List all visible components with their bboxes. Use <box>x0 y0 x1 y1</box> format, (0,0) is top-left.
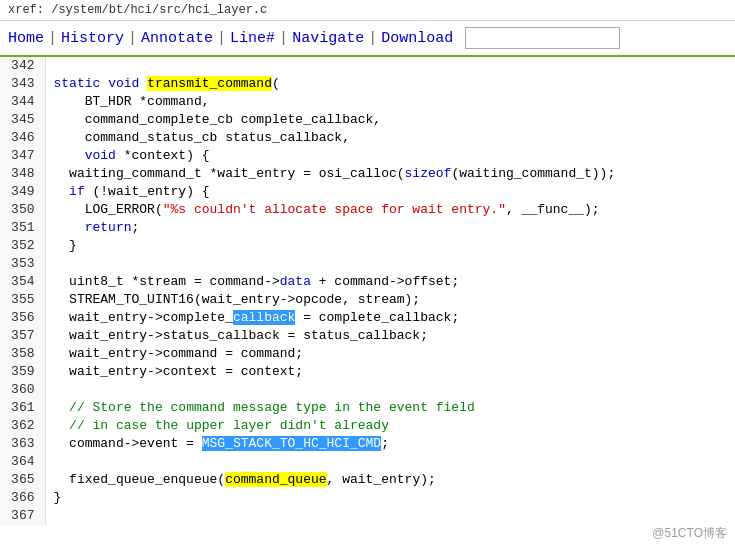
sep-1: | <box>48 30 57 47</box>
line-code: command_complete_cb complete_callback, <box>45 111 735 129</box>
line-number: 358 <box>0 345 45 363</box>
line-number: 363 <box>0 435 45 453</box>
line-code: command_status_cb status_callback, <box>45 129 735 147</box>
line-code: static void transmit_command( <box>45 75 735 93</box>
line-number: 366 <box>0 489 45 507</box>
table-row: 349 if (!wait_entry) { <box>0 183 735 201</box>
line-number: 356 <box>0 309 45 327</box>
line-number: 349 <box>0 183 45 201</box>
line-number: 344 <box>0 93 45 111</box>
line-code <box>45 57 735 75</box>
line-number: 365 <box>0 471 45 489</box>
line-number: 362 <box>0 417 45 435</box>
table-row: 350 LOG_ERROR("%s couldn't allocate spac… <box>0 201 735 219</box>
table-row: 354 uint8_t *stream = command->data + co… <box>0 273 735 291</box>
sep-3: | <box>217 30 226 47</box>
sep-4: | <box>279 30 288 47</box>
line-number: 367 <box>0 507 45 525</box>
code-area: 342 343 static void transmit_command( 34… <box>0 57 735 545</box>
line-number: 361 <box>0 399 45 417</box>
line-number: 348 <box>0 165 45 183</box>
line-number: 343 <box>0 75 45 93</box>
code-table: 342 343 static void transmit_command( 34… <box>0 57 735 525</box>
line-number: 350 <box>0 201 45 219</box>
line-number: 351 <box>0 219 45 237</box>
table-row: 363 command->event = MSG_STACK_TO_HC_HCI… <box>0 435 735 453</box>
nav-navigate[interactable]: Navigate <box>292 30 364 47</box>
line-code: if (!wait_entry) { <box>45 183 735 201</box>
line-number: 364 <box>0 453 45 471</box>
line-number: 352 <box>0 237 45 255</box>
line-code: STREAM_TO_UINT16(wait_entry->opcode, str… <box>45 291 735 309</box>
table-row: 361 // Store the command message type in… <box>0 399 735 417</box>
line-code: wait_entry->command = command; <box>45 345 735 363</box>
line-number: 357 <box>0 327 45 345</box>
line-code: fixed_queue_enqueue(command_queue, wait_… <box>45 471 735 489</box>
line-code: wait_entry->context = context; <box>45 363 735 381</box>
line-code <box>45 381 735 399</box>
table-row: 362 // in case the upper layer didn't al… <box>0 417 735 435</box>
xref-bar: xref: /system/bt/hci/src/hci_layer.c <box>0 0 735 21</box>
line-code: waiting_command_t *wait_entry = osi_call… <box>45 165 735 183</box>
line-code: } <box>45 489 735 507</box>
table-row: 351 return; <box>0 219 735 237</box>
line-code: void *context) { <box>45 147 735 165</box>
nav-bar: Home | History | Annotate | Line# | Navi… <box>0 21 735 57</box>
table-row: 347 void *context) { <box>0 147 735 165</box>
sep-5: | <box>368 30 377 47</box>
sep-2: | <box>128 30 137 47</box>
table-row: 352 } <box>0 237 735 255</box>
line-code <box>45 255 735 273</box>
table-row: 360 <box>0 381 735 399</box>
table-row: 359 wait_entry->context = context; <box>0 363 735 381</box>
table-row: 343 static void transmit_command( <box>0 75 735 93</box>
nav-line[interactable]: Line# <box>230 30 275 47</box>
line-code <box>45 453 735 471</box>
line-code: uint8_t *stream = command->data + comman… <box>45 273 735 291</box>
line-number: 347 <box>0 147 45 165</box>
table-row: 355 STREAM_TO_UINT16(wait_entry->opcode,… <box>0 291 735 309</box>
table-row: 365 fixed_queue_enqueue(command_queue, w… <box>0 471 735 489</box>
table-row: 367 <box>0 507 735 525</box>
line-code <box>45 507 735 525</box>
nav-annotate[interactable]: Annotate <box>141 30 213 47</box>
line-code: wait_entry->complete_callback = complete… <box>45 309 735 327</box>
table-row: 364 <box>0 453 735 471</box>
table-row: 353 <box>0 255 735 273</box>
search-input[interactable] <box>465 27 620 49</box>
table-row: 348 waiting_command_t *wait_entry = osi_… <box>0 165 735 183</box>
line-number: 353 <box>0 255 45 273</box>
line-number: 346 <box>0 129 45 147</box>
table-row: 344 BT_HDR *command, <box>0 93 735 111</box>
line-number: 342 <box>0 57 45 75</box>
line-code: wait_entry->status_callback = status_cal… <box>45 327 735 345</box>
table-row: 345 command_complete_cb complete_callbac… <box>0 111 735 129</box>
table-row: 358 wait_entry->command = command; <box>0 345 735 363</box>
table-row: 356 wait_entry->complete_callback = comp… <box>0 309 735 327</box>
line-number: 360 <box>0 381 45 399</box>
line-code: } <box>45 237 735 255</box>
line-number: 354 <box>0 273 45 291</box>
line-code: LOG_ERROR("%s couldn't allocate space fo… <box>45 201 735 219</box>
table-row: 346 command_status_cb status_callback, <box>0 129 735 147</box>
nav-home[interactable]: Home <box>8 30 44 47</box>
line-code: // Store the command message type in the… <box>45 399 735 417</box>
table-row: 366 } <box>0 489 735 507</box>
nav-download[interactable]: Download <box>381 30 453 47</box>
line-number: 355 <box>0 291 45 309</box>
watermark: @51CTO博客 <box>652 525 727 542</box>
line-code: // in case the upper layer didn't alread… <box>45 417 735 435</box>
nav-history[interactable]: History <box>61 30 124 47</box>
line-code: return; <box>45 219 735 237</box>
table-row: 357 wait_entry->status_callback = status… <box>0 327 735 345</box>
line-number: 359 <box>0 363 45 381</box>
line-code: command->event = MSG_STACK_TO_HC_HCI_CMD… <box>45 435 735 453</box>
line-number: 345 <box>0 111 45 129</box>
table-row: 342 <box>0 57 735 75</box>
xref-path: xref: /system/bt/hci/src/hci_layer.c <box>8 3 267 17</box>
line-code: BT_HDR *command, <box>45 93 735 111</box>
